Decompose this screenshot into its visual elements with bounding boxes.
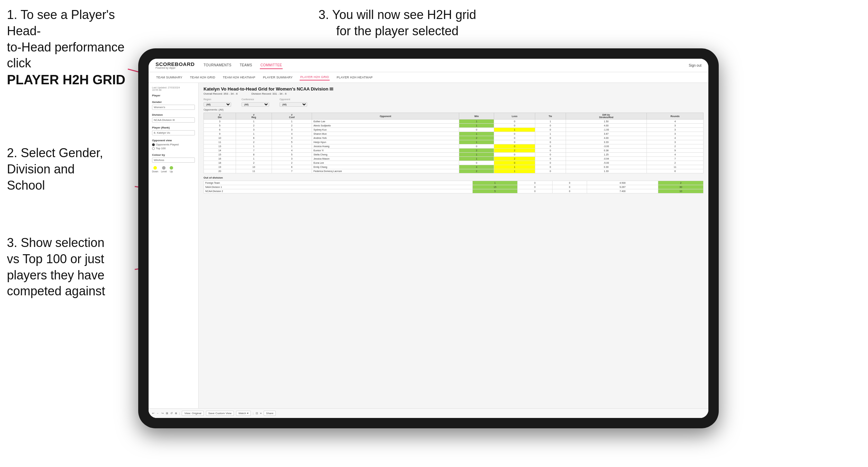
logo-area: SCOREBOARD Powered by clippd [155, 61, 195, 69]
data-area: Katelyn Vo Head-to-Head Grid for Women's… [199, 83, 708, 418]
cell-tie: 0 [535, 169, 566, 173]
cell-div: 3 [204, 120, 236, 124]
subnav-player-h2h[interactable]: PLAYER H2H GRID [300, 74, 330, 80]
instruction-middle-left: 2. Select Gender, Division and School [7, 145, 131, 193]
col-rounds: Rounds [647, 113, 704, 120]
cell-div: 11 [204, 140, 236, 144]
cell-reg: 1 [236, 120, 272, 124]
gender-label: Gender [152, 101, 195, 104]
cell-win: 1 [459, 132, 494, 136]
cell-div: 16 [204, 157, 236, 161]
cell-reg: 1 [236, 144, 272, 149]
cell-rounds: 4 [647, 136, 704, 140]
opponent-view-label: Opponent view [152, 139, 195, 142]
ood-cell-rounds: 30 [658, 185, 704, 189]
sidebar-gender-section: Gender Women's [152, 101, 195, 110]
radio-top100[interactable]: Top 100 [152, 147, 195, 150]
cell-conf: 3 [272, 128, 312, 132]
table-row: 20 11 7 Federica Domecq Lacroze 2 1 0 1.… [204, 169, 704, 173]
conference-filter-select[interactable]: (All) [242, 102, 269, 107]
cell-conf: 5 [272, 140, 312, 144]
division-value[interactable]: NCAA Division III [152, 117, 195, 123]
save-custom-view-btn[interactable]: Save Custom View [206, 411, 234, 416]
ood-cell-rounds: 2 [658, 181, 704, 185]
view-original-btn[interactable]: View: Original [199, 411, 204, 416]
sign-out[interactable]: Sign out [689, 64, 701, 67]
subnav-team-h2h[interactable]: TEAM H2H GRID [189, 75, 216, 80]
share-btn[interactable]: Share [264, 411, 276, 416]
table-row: 14 7 4 Eunice Yi 2 2 0 0.38 9 [204, 149, 704, 153]
cell-conf: 4 [272, 149, 312, 153]
table-row: 6 3 3 Sydney Kuo 0 1 0 -1.00 3 [204, 128, 704, 132]
nav-teams[interactable]: TEAMS [239, 62, 253, 69]
cell-win: 0 [459, 128, 494, 132]
nav-tournaments[interactable]: TOURNAMENTS [203, 62, 232, 69]
cell-loss: 0 [494, 132, 535, 136]
ood-cell-loss: 0 [518, 181, 552, 185]
sidebar-player-section: Player [152, 94, 195, 97]
legend-level: Level [161, 166, 167, 173]
table-row: 16 1 3 Jessica Mason 1 2 0 -0.94 7 [204, 157, 704, 161]
cell-win: 1 [459, 124, 494, 128]
cell-reg: 10 [236, 165, 272, 169]
cell-win: 4 [459, 165, 494, 169]
cell-loss: 2 [494, 157, 535, 161]
cell-opponent: Stella Cheng [312, 153, 459, 157]
sidebar-player-rank-section: Player (Rank) 8. Katelyn Vo [152, 126, 195, 135]
col-div: #Div [204, 113, 236, 120]
cell-div: 15 [204, 153, 236, 157]
watch-btn[interactable]: Watch ▾ [236, 411, 251, 416]
legend-up: Up [170, 166, 173, 173]
legend-label-level: Level [161, 170, 167, 173]
cell-loss: 0 [494, 120, 535, 124]
cell-tie: 0 [535, 149, 566, 153]
cell-div: 9 [204, 132, 236, 136]
gender-value[interactable]: Women's [152, 105, 195, 110]
cell-tie: 0 [535, 144, 566, 149]
legend-dot-up [170, 166, 173, 170]
radio-top100-label: Top 100 [156, 147, 166, 150]
subnav-player-heatmap[interactable]: PLAYER H2H HEATMAP [336, 75, 373, 80]
opponent-filter-select[interactable]: (All) [280, 102, 307, 107]
cell-loss: 0 [494, 124, 535, 128]
cell-conf: 3 [272, 157, 312, 161]
radio-opponents-played[interactable]: Opponents Played [152, 143, 195, 146]
col-tie: Tie [535, 113, 566, 120]
subnav-player-summary[interactable]: PLAYER SUMMARY [262, 75, 293, 80]
cell-tie: 0 [535, 161, 566, 165]
subnav-team-summary[interactable]: TEAM SUMMARY [155, 75, 183, 80]
table-row: 9 1 4 Sharon Mun 1 0 1 3.67 3 [204, 132, 704, 136]
cell-rounds: 9 [647, 149, 704, 153]
instruction-top-left: 1. To see a Player's Head- to-Head perfo… [7, 7, 138, 89]
data-title: Katelyn Vo Head-to-Head Grid for Women's… [204, 86, 704, 92]
cell-rounds: 7 [647, 157, 704, 161]
toolbar-icon2[interactable]: ≡ [260, 412, 262, 415]
colour-by-value[interactable]: Win/loss [152, 158, 195, 163]
cell-loss: 1 [494, 165, 535, 169]
table-row: 15 8 5 Stella Cheng 1 0 0 1.25 4 [204, 153, 704, 157]
toolbar-icon1[interactable]: ⊡ [256, 412, 258, 415]
cell-rounds: 4 [647, 153, 704, 157]
table-header-row: #Div #Reg #Conf Opponent Win Loss Tie Di… [204, 113, 704, 120]
cell-conf: 1 [272, 120, 312, 124]
subnav-team-heatmap[interactable]: TEAM H2H HEATMAP [222, 75, 256, 80]
sidebar-colour-section: Colour by Win/loss [152, 153, 195, 163]
nav-committee[interactable]: COMMITTEE [260, 62, 283, 69]
ood-cell-loss: 0 [518, 189, 552, 193]
region-filter-select[interactable]: (All) [204, 102, 231, 107]
cell-win: 1 [459, 140, 494, 144]
cell-tie: 0 [535, 140, 566, 144]
cell-conf: 5 [272, 153, 312, 157]
filters-container: Region (All) Conference (All) Opponent [204, 98, 704, 107]
cell-diff: 0.38 [566, 149, 647, 153]
player-rank-value[interactable]: 8. Katelyn Vo [152, 130, 195, 135]
cell-loss: 0 [494, 136, 535, 140]
ood-table-row: NCAA Division 2 5 0 0 7.400 10 [204, 189, 704, 193]
cell-loss: 1 [494, 128, 535, 132]
legend-label-up: Up [170, 170, 173, 173]
cell-win: 1 [459, 153, 494, 157]
ood-cell-win: 5 [472, 189, 518, 193]
cell-tie: 0 [535, 157, 566, 161]
cell-conf: 7 [272, 169, 312, 173]
division-label: Division [152, 113, 195, 116]
